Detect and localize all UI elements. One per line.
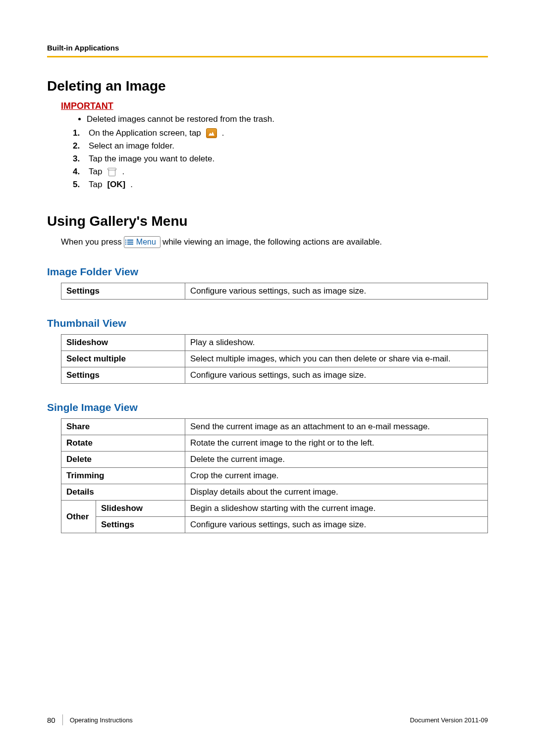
cell-desc: Send the current image as an attachment … (185, 419, 488, 435)
table-row: Slideshow Play a slideshow. (61, 335, 488, 351)
cell-label: Trimming (61, 468, 185, 484)
cell-label: Details (61, 484, 185, 501)
footer-divider (62, 714, 63, 725)
table-row: Share Send the current image as an attac… (61, 419, 488, 435)
heading-folder-view: Image Folder View (47, 266, 488, 278)
cell-group-label: Other (61, 501, 96, 533)
cell-label: Settings (61, 367, 185, 384)
cell-sublabel: Slideshow (96, 501, 185, 517)
step-3-text: Tap the image you want to delete. (89, 154, 214, 164)
heading-single-image-view: Single Image View (47, 402, 488, 413)
table-row: Settings Configure various settings, suc… (61, 517, 488, 533)
cell-desc: Display details about the current image. (185, 484, 488, 501)
page-footer: 80 Operating Instructions Document Versi… (47, 714, 488, 725)
gallery-menu-intro: When you press Menu while viewing an ima… (61, 236, 488, 248)
cell-label: Delete (61, 452, 185, 468)
header-rule (47, 56, 488, 57)
intro-a: When you press (61, 237, 122, 247)
menu-button-graphic: Menu (124, 236, 160, 248)
menu-button-label: Menu (136, 238, 156, 247)
trash-icon (107, 167, 117, 177)
table-single-image-view: Share Send the current image as an attac… (61, 418, 488, 533)
step-1-text-a: On the Application screen, tap (89, 128, 201, 138)
table-row: Delete Delete the current image. (61, 452, 488, 468)
cell-desc: Configure various settings, such as imag… (185, 367, 488, 384)
step-5-ok: [OK] (107, 180, 125, 190)
step-4-text-b: . (122, 167, 124, 177)
cell-desc: Play a slideshow. (185, 335, 488, 351)
cell-desc: Begin a slideshow starting with the curr… (185, 501, 488, 517)
table-row: Settings Configure various settings, suc… (61, 283, 488, 300)
table-row: Details Display details about the curren… (61, 484, 488, 501)
heading-deleting-image: Deleting an Image (47, 78, 488, 94)
cell-desc: Delete the current image. (185, 452, 488, 468)
step-5-text-c: . (130, 180, 133, 190)
footer-doc-title: Operating Instructions (70, 716, 133, 724)
step-4: 4. Tap . (73, 167, 488, 177)
cell-label: Share (61, 419, 185, 435)
section-header: Built-in Applications (47, 44, 488, 52)
heading-gallery-menu: Using Gallery's Menu (47, 213, 488, 229)
important-label: IMPORTANT (61, 101, 488, 111)
cell-desc: Configure various settings, such as imag… (185, 517, 488, 533)
gallery-icon (206, 128, 217, 138)
table-thumbnail-view: Slideshow Play a slideshow. Select multi… (61, 334, 488, 384)
important-note: Deleted images cannot be restored from t… (87, 114, 488, 124)
table-row: Other Slideshow Begin a slideshow starti… (61, 501, 488, 517)
menu-lines-icon (127, 240, 133, 245)
page-number: 80 (47, 716, 55, 724)
step-5: 5. Tap [OK] . (73, 180, 488, 190)
intro-b: while viewing an image, the following ac… (162, 237, 382, 247)
cell-label: Slideshow (61, 335, 185, 351)
step-5-text-a: Tap (89, 180, 102, 190)
step-1-text-b: . (222, 128, 224, 138)
table-folder-view: Settings Configure various settings, suc… (61, 283, 488, 300)
step-3: 3. Tap the image you want to delete. (73, 154, 488, 164)
step-1: 1. On the Application screen, tap . (73, 128, 488, 138)
cell-label: Select multiple (61, 351, 185, 367)
step-2: 2. Select an image folder. (73, 141, 488, 151)
step-2-text: Select an image folder. (89, 141, 174, 151)
table-row: Select multiple Select multiple images, … (61, 351, 488, 367)
table-row: Trimming Crop the current image. (61, 468, 488, 484)
cell-label: Rotate (61, 435, 185, 452)
table-row: Rotate Rotate the current image to the r… (61, 435, 488, 452)
heading-thumbnail-view: Thumbnail View (47, 317, 488, 329)
cell-sublabel: Settings (96, 517, 185, 533)
cell-label: Settings (61, 283, 185, 300)
step-4-text-a: Tap (89, 167, 102, 177)
footer-version: Document Version 2011-09 (410, 716, 488, 724)
cell-desc: Select multiple images, which you can th… (185, 351, 488, 367)
table-row: Settings Configure various settings, suc… (61, 367, 488, 384)
cell-desc: Configure various settings, such as imag… (185, 283, 488, 300)
cell-desc: Crop the current image. (185, 468, 488, 484)
cell-desc: Rotate the current image to the right or… (185, 435, 488, 452)
